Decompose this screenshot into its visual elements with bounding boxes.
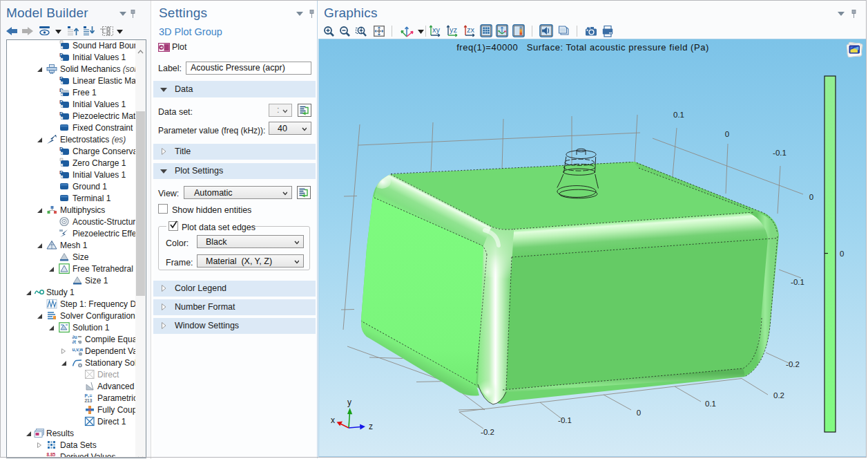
svg-text:zx: zx: [467, 26, 475, 34]
svg-text:0: 0: [725, 130, 729, 138]
svg-text:x: x: [331, 415, 335, 425]
svg-text:-0.1: -0.1: [791, 278, 804, 286]
svg-text:0: 0: [809, 193, 813, 201]
svg-text:0.2: 0.2: [773, 391, 784, 400]
svg-text:z: z: [369, 422, 373, 431]
svg-text:-0.2: -0.2: [481, 428, 494, 436]
svg-text:-0.1: -0.1: [773, 149, 787, 157]
svg-text:0: 0: [637, 409, 641, 417]
svg-text:-0.1: -0.1: [558, 416, 572, 424]
svg-text:0.1: 0.1: [705, 400, 716, 408]
svg-text:0.1: 0.1: [673, 111, 684, 119]
svg-text:xy: xy: [432, 26, 441, 34]
svg-text:y: y: [347, 397, 351, 407]
svg-text:freq(1)=40000 Surface: Total: freq(1)=40000 Surface: Total acoustic pr…: [456, 42, 709, 53]
svg-text:-0.2: -0.2: [786, 360, 800, 368]
svg-text:yz: yz: [450, 26, 457, 34]
svg-text:0: 0: [840, 250, 844, 258]
